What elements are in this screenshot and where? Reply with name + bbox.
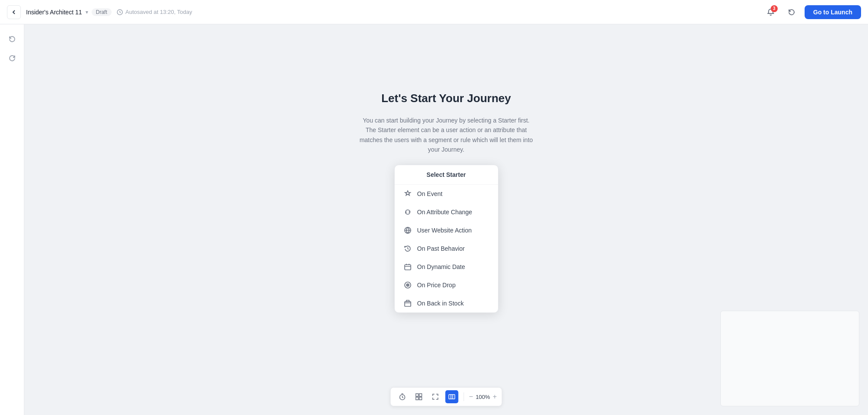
- undo-sidebar-icon: [8, 35, 16, 43]
- svg-rect-9: [419, 394, 422, 396]
- notifications-button[interactable]: 3: [763, 4, 779, 20]
- price-drop-icon: [403, 281, 412, 289]
- draft-badge: Draft: [92, 8, 112, 16]
- undo-nav-button[interactable]: [784, 4, 799, 20]
- mini-map-panel: [720, 311, 859, 406]
- on-event-icon: [403, 189, 412, 198]
- zoom-out-button[interactable]: −: [469, 393, 473, 400]
- grid-icon: [415, 393, 422, 400]
- go-to-launch-button[interactable]: Go to Launch: [805, 5, 861, 19]
- zoom-level: 100%: [475, 394, 490, 400]
- nav-title: Insider's Architect 11: [26, 9, 82, 16]
- redo-button[interactable]: [4, 50, 20, 66]
- undo-button[interactable]: [4, 31, 20, 47]
- back-in-stock-icon: [403, 299, 412, 308]
- menu-item-on-attribute-change[interactable]: On Attribute Change: [395, 203, 498, 221]
- undo-icon: [788, 8, 795, 16]
- on-past-behavior-label: On Past Behavior: [417, 245, 465, 252]
- page-title: Let's Start Your Journey: [381, 92, 511, 105]
- dynamic-date-icon: [403, 262, 412, 271]
- past-behavior-icon: [403, 244, 412, 253]
- nav-right-area: 3 Go to Launch: [763, 4, 861, 20]
- fit-icon: [432, 393, 439, 400]
- top-navigation: Insider's Architect 11 ▾ Draft Autosaved…: [0, 0, 868, 24]
- left-sidebar: [0, 24, 24, 415]
- fit-tool-button[interactable]: [429, 390, 442, 403]
- menu-item-on-past-behavior[interactable]: On Past Behavior: [395, 239, 498, 258]
- menu-item-on-dynamic-date[interactable]: On Dynamic Date: [395, 258, 498, 276]
- toolbar-divider: [463, 392, 464, 401]
- on-attribute-change-label: On Attribute Change: [417, 209, 472, 216]
- on-price-drop-label: On Price Drop: [417, 282, 456, 289]
- starter-dropdown: Select Starter On Event: [394, 165, 498, 313]
- grid-tool-button[interactable]: [412, 390, 425, 403]
- zoom-in-button[interactable]: +: [493, 393, 497, 400]
- attribute-change-icon: [403, 208, 412, 216]
- on-event-label: On Event: [417, 190, 442, 197]
- map-tool-button[interactable]: [445, 390, 458, 403]
- redo-sidebar-icon: [8, 54, 16, 62]
- timer-tool-button[interactable]: [396, 390, 409, 403]
- history-icon: [117, 9, 123, 15]
- svg-rect-11: [419, 397, 422, 400]
- back-button[interactable]: [7, 5, 21, 19]
- svg-rect-8: [416, 394, 418, 396]
- menu-item-on-back-in-stock[interactable]: On Back in Stock: [395, 294, 498, 312]
- svg-rect-3: [405, 265, 411, 270]
- nav-chevron-icon: ▾: [86, 9, 88, 15]
- menu-item-on-price-drop[interactable]: On Price Drop: [395, 276, 498, 294]
- page-description: You can start building your Journey by s…: [360, 116, 533, 155]
- dropdown-header: Select Starter: [395, 165, 498, 185]
- main-canvas: Let's Start Your Journey You can start b…: [24, 24, 868, 415]
- bottom-toolbar: − 100% +: [390, 387, 502, 406]
- nav-title-area: Insider's Architect 11 ▾ Draft: [26, 8, 112, 16]
- svg-rect-10: [416, 397, 418, 400]
- zoom-control: − 100% +: [469, 393, 497, 400]
- menu-item-user-website-action[interactable]: User Website Action: [395, 221, 498, 239]
- on-back-in-stock-label: On Back in Stock: [417, 300, 464, 307]
- timer-icon: [399, 393, 406, 400]
- svg-rect-12: [449, 395, 455, 399]
- autosaved-area: Autosaved at 13:20, Today: [117, 9, 192, 15]
- center-content: Let's Start Your Journey You can start b…: [360, 92, 533, 313]
- svg-rect-6: [405, 302, 411, 306]
- menu-item-on-event[interactable]: On Event: [395, 185, 498, 203]
- on-dynamic-date-label: On Dynamic Date: [417, 263, 465, 270]
- user-website-action-label: User Website Action: [417, 227, 472, 234]
- notification-badge: 3: [771, 5, 778, 12]
- autosaved-text: Autosaved at 13:20, Today: [125, 9, 192, 15]
- map-icon: [448, 393, 455, 400]
- website-action-icon: [403, 226, 412, 235]
